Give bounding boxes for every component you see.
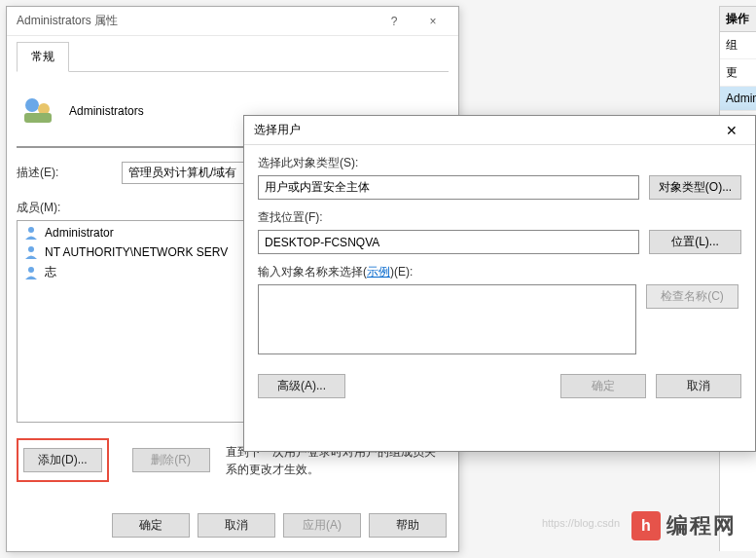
- members-label: 成员(M):: [17, 200, 122, 216]
- close-icon[interactable]: ✕: [710, 117, 753, 144]
- help-icon[interactable]: ?: [375, 8, 414, 35]
- user-icon: [23, 225, 39, 241]
- watermark: h 编程网: [631, 511, 737, 540]
- examples-link[interactable]: 示例: [367, 265, 390, 279]
- watermark-text: 编程网: [666, 511, 737, 540]
- check-names-button[interactable]: 检查名称(C): [646, 284, 738, 309]
- description-label: 描述(E):: [17, 165, 122, 181]
- user-icon: [23, 265, 39, 280]
- locations-button[interactable]: 位置(L)...: [649, 230, 741, 254]
- watermark-logo: h: [631, 511, 661, 540]
- add-button[interactable]: 添加(D)...: [23, 448, 102, 472]
- add-highlight: 添加(D)...: [17, 438, 109, 482]
- actions-item-more[interactable]: 更: [720, 59, 756, 87]
- svg-point-4: [28, 246, 34, 252]
- actions-item-admin[interactable]: Admini: [720, 87, 756, 111]
- group-icon: [20, 93, 55, 129]
- actions-item-group[interactable]: 组: [720, 32, 756, 59]
- remove-button[interactable]: 删除(R): [132, 448, 210, 472]
- dialog-buttons: 确定 取消 应用(A) 帮助: [7, 505, 458, 545]
- tab-general[interactable]: 常规: [17, 42, 69, 72]
- object-type-label: 选择此对象类型(S):: [258, 155, 741, 171]
- svg-point-5: [28, 267, 34, 273]
- select-users-dialog: 选择用户 ✕ 选择此对象类型(S): 对象类型(O)... 查找位置(F): 位…: [243, 115, 756, 452]
- titlebar[interactable]: Administrators 属性 ? ×: [7, 7, 458, 36]
- actions-header: 操作: [720, 7, 756, 32]
- svg-rect-2: [24, 113, 52, 123]
- object-types-button[interactable]: 对象类型(O)...: [649, 175, 741, 200]
- member-name: Administrator: [45, 226, 114, 240]
- names-label: 输入对象名称来选择(示例)(E):: [258, 264, 741, 280]
- dialog-title: Administrators 属性: [17, 13, 375, 29]
- select-titlebar[interactable]: 选择用户 ✕: [244, 116, 755, 145]
- location-input[interactable]: [258, 230, 639, 254]
- svg-point-0: [25, 98, 39, 112]
- object-names-input[interactable]: [258, 284, 636, 354]
- cancel-button[interactable]: 取消: [198, 513, 275, 538]
- ok-button[interactable]: 确定: [560, 374, 646, 398]
- group-name: Administrators: [69, 104, 144, 118]
- svg-point-3: [28, 227, 34, 233]
- tabs: 常规: [17, 42, 449, 72]
- member-name: NT AUTHORITY\NETWORK SERV: [45, 245, 228, 259]
- location-label: 查找位置(F):: [258, 209, 741, 226]
- close-icon[interactable]: ×: [414, 8, 452, 35]
- select-dialog-title: 选择用户: [254, 122, 710, 138]
- apply-button[interactable]: 应用(A): [283, 513, 361, 538]
- member-name: 志: [45, 264, 56, 280]
- user-icon: [23, 244, 39, 260]
- object-type-input[interactable]: [258, 175, 639, 200]
- cancel-button[interactable]: 取消: [656, 374, 741, 398]
- ok-button[interactable]: 确定: [112, 513, 190, 538]
- watermark-url: https://blog.csdn: [542, 517, 620, 529]
- advanced-button[interactable]: 高级(A)...: [258, 374, 345, 398]
- help-button[interactable]: 帮助: [369, 513, 447, 538]
